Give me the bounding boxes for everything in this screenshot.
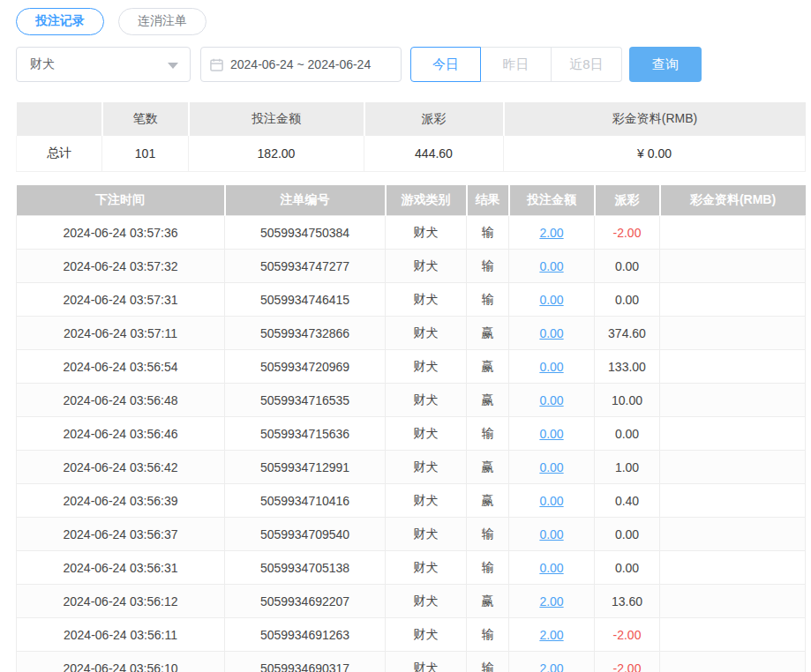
bet-time-cell: 2024-06-24 03:56:42 [17, 451, 225, 484]
tab-cancelled-orders[interactable]: 连消注单 [118, 8, 207, 35]
order-no-cell: 5059934710416 [225, 484, 386, 518]
bonus-cell [660, 551, 806, 585]
bet-amount-cell: 0.00 [509, 350, 595, 384]
summary-header-blank [17, 102, 102, 136]
bet-time-cell: 2024-06-24 03:56:48 [17, 384, 225, 417]
game-type-cell: 财犬 [386, 518, 467, 551]
game-type-cell: 财犬 [386, 451, 467, 484]
game-type-cell: 财犬 [386, 384, 467, 417]
order-no-cell: 5059934747277 [225, 250, 386, 283]
bet-amount-link[interactable]: 0.00 [539, 460, 563, 474]
bet-amount-link[interactable]: 0.00 [539, 326, 563, 340]
order-no-cell: 5059934750384 [225, 216, 386, 250]
bet-time-cell: 2024-06-24 03:56:54 [17, 350, 225, 384]
bet-amount-cell: 0.00 [509, 250, 595, 283]
bet-amount-link[interactable]: 0.00 [539, 527, 563, 541]
order-no-cell: 5059934732866 [225, 317, 386, 350]
game-type-cell: 财犬 [386, 216, 467, 250]
game-type-cell: 财犬 [386, 652, 467, 672]
bet-amount-link[interactable]: 0.00 [539, 393, 563, 407]
today-button-label: 今日 [432, 56, 459, 73]
bet-records-page: 投注记录 连消注单 财犬 2024-06-24 ~ 2024-06-24 今日 [0, 0, 811, 672]
date-range-value: 2024-06-24 ~ 2024-06-24 [230, 57, 371, 71]
summary-table: 笔数 投注金额 派彩 彩金资料(RMB) 总计 101 182.00 444.6… [16, 102, 806, 172]
bet-amount-link[interactable]: 2.00 [539, 661, 563, 672]
record-type-tabs: 投注记录 连消注单 [16, 7, 804, 35]
payout-cell: 1.00 [595, 451, 660, 484]
table-row: 2024-06-24 03:56:37 5059934709540 财犬 输 0… [17, 518, 806, 551]
bonus-cell [660, 451, 806, 484]
header-bonus: 彩金资料(RMB) [660, 185, 806, 216]
game-type-cell: 财犬 [386, 283, 467, 317]
search-button[interactable]: 查询 [629, 47, 702, 82]
bet-time-cell: 2024-06-24 03:56:10 [17, 652, 225, 672]
game-select-value: 财犬 [30, 56, 55, 72]
bet-amount-cell: 2.00 [509, 585, 595, 618]
header-bet-time: 下注时间 [17, 185, 225, 216]
today-button[interactable]: 今日 [410, 47, 481, 82]
bet-amount-link[interactable]: 2.00 [539, 628, 563, 642]
table-row: 2024-06-24 03:56:54 5059934720969 财犬 赢 0… [17, 350, 806, 384]
bet-time-cell: 2024-06-24 03:57:36 [17, 216, 225, 250]
summary-header-row: 笔数 投注金额 派彩 彩金资料(RMB) [17, 102, 806, 136]
result-cell: 赢 [467, 585, 509, 618]
bet-amount-cell: 0.00 [509, 283, 595, 317]
summary-total-payout: 444.60 [364, 136, 504, 171]
order-no-cell: 5059934720969 [225, 350, 386, 384]
table-row: 2024-06-24 03:56:10 5059934690317 财犬 输 2… [17, 652, 806, 672]
bet-amount-link[interactable]: 0.00 [539, 494, 563, 508]
summary-total-count: 101 [102, 136, 189, 171]
bonus-cell [660, 384, 806, 417]
payout-cell: 0.00 [595, 250, 660, 283]
chevron-down-icon [168, 63, 178, 69]
bet-amount-cell: 0.00 [509, 317, 595, 350]
result-cell: 赢 [467, 451, 509, 484]
payout-cell: 374.60 [595, 317, 660, 350]
bet-amount-cell: 2.00 [509, 652, 595, 672]
bet-time-cell: 2024-06-24 03:57:32 [17, 250, 225, 283]
filter-toolbar: 财犬 2024-06-24 ~ 2024-06-24 今日 昨日 近8日 [16, 47, 804, 82]
game-type-cell: 财犬 [386, 417, 467, 451]
date-range-input[interactable]: 2024-06-24 ~ 2024-06-24 [200, 47, 402, 82]
order-no-cell: 5059934746415 [225, 283, 386, 317]
tab-bet-records-label: 投注记录 [35, 13, 85, 29]
result-cell: 赢 [467, 317, 509, 350]
summary-total-row: 总计 101 182.00 444.60 ¥ 0.00 [17, 136, 806, 171]
bet-time-cell: 2024-06-24 03:56:37 [17, 518, 225, 551]
bet-amount-cell: 0.00 [509, 518, 595, 551]
header-result: 结果 [467, 185, 509, 216]
payout-cell: 0.00 [595, 518, 660, 551]
table-row: 2024-06-24 03:56:11 5059934691263 财犬 输 2… [17, 618, 806, 652]
bonus-cell [660, 484, 806, 518]
table-row: 2024-06-24 03:57:32 5059934747277 财犬 输 0… [17, 250, 806, 283]
payout-cell: -2.00 [595, 652, 660, 672]
result-cell: 输 [467, 283, 509, 317]
payout-cell: 13.60 [595, 585, 660, 618]
bet-amount-link[interactable]: 2.00 [539, 226, 563, 240]
tab-bet-records[interactable]: 投注记录 [16, 8, 104, 35]
bet-amount-link[interactable]: 0.00 [539, 427, 563, 441]
result-cell: 赢 [467, 384, 509, 417]
yesterday-button[interactable]: 昨日 [481, 47, 552, 82]
table-row: 2024-06-24 03:56:42 5059934712991 财犬 赢 0… [17, 451, 806, 484]
summary-header-bonus: 彩金资料(RMB) [504, 102, 806, 136]
bet-amount-link[interactable]: 0.00 [539, 259, 563, 273]
summary-total-label: 总计 [17, 136, 102, 171]
game-select[interactable]: 财犬 [16, 47, 191, 82]
last-8-days-button[interactable]: 近8日 [552, 47, 622, 82]
payout-cell: 0.00 [595, 551, 660, 585]
quick-date-filter-group: 今日 昨日 近8日 [410, 47, 622, 82]
header-game-type: 游戏类别 [386, 185, 467, 216]
bet-table-body: 2024-06-24 03:57:36 5059934750384 财犬 输 2… [17, 216, 806, 672]
result-cell: 赢 [467, 350, 509, 384]
summary-header-payout: 派彩 [364, 102, 504, 136]
bet-amount-link[interactable]: 0.00 [539, 360, 563, 374]
bonus-cell [660, 585, 806, 618]
bet-amount-link[interactable]: 0.00 [539, 293, 563, 307]
bet-amount-link[interactable]: 2.00 [539, 594, 563, 609]
bonus-cell [660, 417, 806, 451]
bonus-cell [660, 518, 806, 551]
bet-amount-link[interactable]: 0.00 [539, 561, 563, 575]
game-type-cell: 财犬 [386, 350, 467, 384]
game-type-cell: 财犬 [386, 585, 467, 618]
